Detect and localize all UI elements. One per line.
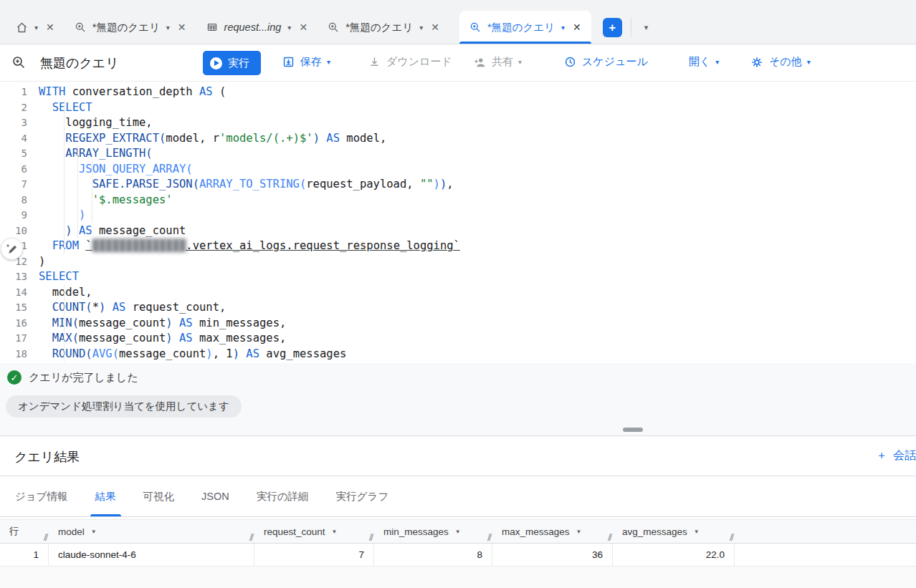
- column-header-avg-messages[interactable]: avg_messages▼ ∕∕: [613, 520, 735, 543]
- column-header-min-messages[interactable]: min_messages▼ ∕∕: [374, 520, 492, 543]
- code-token: ARRAY_TO_STRING(: [199, 178, 306, 191]
- code-line[interactable]: 14 model,: [0, 285, 916, 301]
- sort-caret-icon[interactable]: ▼: [332, 529, 338, 535]
- code-line[interactable]: 10 ) AS message_count: [0, 223, 916, 239]
- column-resize-handle[interactable]: ∕∕: [608, 532, 611, 542]
- close-icon[interactable]: ✕: [431, 21, 439, 33]
- chevron-down-icon[interactable]: ▾: [419, 24, 423, 32]
- code-line[interactable]: 8 '$.messages': [0, 193, 916, 208]
- code-line[interactable]: 6 JSON_QUERY_ARRAY(: [0, 162, 916, 178]
- code-line[interactable]: 1WITH conversation_depth AS (: [0, 85, 916, 100]
- cell-filler: [735, 544, 916, 566]
- code-line[interactable]: 7 SAFE.PARSE_JSON(ARRAY_TO_STRING(reques…: [0, 177, 916, 193]
- code-line[interactable]: 17 MAX(message_count) AS max_messages,: [0, 331, 916, 347]
- column-resize-handle[interactable]: ∕∕: [44, 532, 47, 542]
- table-header-row: 行 ∕∕ model▼ ∕∕ request_count▼ ∕∕ min_mes…: [0, 519, 916, 544]
- home-icon: [16, 21, 28, 34]
- tab-json[interactable]: JSON: [188, 476, 243, 516]
- code-token: ): [65, 224, 72, 237]
- sort-caret-icon[interactable]: ▼: [694, 529, 700, 535]
- code-line[interactable]: 15 COUNT(*) AS request_count,: [0, 300, 916, 316]
- sort-caret-icon[interactable]: ▼: [455, 529, 461, 535]
- save-icon: [282, 56, 295, 68]
- check-circle-icon: ✓: [7, 370, 22, 385]
- person-add-icon: [473, 56, 486, 69]
- code-line[interactable]: 4 REGEXP_EXTRACT(model, r'models/(.+)$')…: [0, 131, 916, 147]
- schedule-button[interactable]: スケジュール: [564, 55, 648, 69]
- save-button[interactable]: 保存 ▾: [282, 55, 330, 69]
- close-icon[interactable]: ✕: [299, 21, 307, 33]
- chevron-down-icon: ▾: [715, 58, 719, 66]
- tab-untitled-query-1[interactable]: *無題のクエリ ▾ ✕: [65, 11, 196, 44]
- tab-untitled-query-2[interactable]: *無題のクエリ ▾ ✕: [318, 11, 449, 44]
- tab-results[interactable]: 結果: [82, 476, 130, 516]
- new-tab-button[interactable]: +: [603, 18, 622, 37]
- cell-max-messages: 36: [492, 544, 613, 566]
- chevron-down-icon[interactable]: ▾: [287, 24, 291, 32]
- column-resize-handle[interactable]: ∕∕: [730, 532, 733, 542]
- close-icon[interactable]: ✕: [46, 21, 54, 33]
- tab-untitled-query-active[interactable]: *無題のクエリ ▾ ✕: [459, 11, 591, 44]
- tab-execution-graph[interactable]: 実行グラフ: [323, 476, 403, 516]
- run-button[interactable]: 実行: [203, 51, 261, 75]
- line-number: 14: [0, 285, 39, 301]
- code-line[interactable]: 13SELECT: [0, 269, 916, 285]
- code-token: [39, 301, 52, 314]
- chevron-down-icon[interactable]: ▾: [34, 24, 38, 32]
- code-token: max_messages,: [193, 332, 287, 344]
- download-button[interactable]: ダウンロード: [368, 55, 452, 69]
- code-line[interactable]: 12): [0, 254, 916, 270]
- tab-overflow-chevron-icon[interactable]: ▾: [644, 23, 649, 32]
- table-filler: [0, 567, 916, 588]
- code-line[interactable]: 18 ROUND(AVG(message_count), 1) AS avg_m…: [0, 347, 916, 362]
- code-token: [39, 332, 52, 344]
- tab-execution-details[interactable]: 実行の詳細: [243, 476, 323, 516]
- open-button[interactable]: 開く ▾: [689, 55, 719, 69]
- code-line[interactable]: 3 logging_time,: [0, 115, 916, 131]
- code-token: ): [79, 208, 85, 221]
- column-header-max-messages[interactable]: max_messages▼ ∕∕: [492, 520, 613, 543]
- sql-editor[interactable]: 1WITH conversation_depth AS (2 SELECT3 l…: [0, 82, 916, 363]
- tab-job-info[interactable]: ジョブ情報: [1, 476, 82, 516]
- code-token: *: [92, 301, 99, 314]
- column-resize-handle[interactable]: ∕∕: [487, 532, 490, 542]
- chevron-down-icon: ▾: [807, 58, 811, 66]
- column-header-request-count[interactable]: request_count▼ ∕∕: [254, 520, 374, 543]
- close-icon[interactable]: ✕: [573, 21, 581, 33]
- code-line[interactable]: 9 ): [0, 208, 916, 223]
- code-token: `: [85, 239, 92, 252]
- chevron-down-icon[interactable]: ▾: [166, 24, 170, 32]
- tab-title: *無題のクエリ: [92, 21, 160, 34]
- code-token: [39, 239, 52, 252]
- column-resize-handle[interactable]: ∕∕: [249, 532, 252, 542]
- more-button[interactable]: その他 ▾: [750, 55, 811, 69]
- tab-visualization[interactable]: 可視化: [130, 476, 189, 516]
- line-number: 18: [0, 347, 39, 362]
- code-token: [105, 301, 112, 314]
- sort-caret-icon[interactable]: ▼: [576, 529, 582, 535]
- code-token: ): [440, 178, 447, 191]
- close-icon[interactable]: ✕: [178, 21, 186, 33]
- tab-request-response-logging[interactable]: request...ing ▾ ✕: [196, 11, 318, 44]
- column-resize-handle[interactable]: ∕∕: [369, 532, 372, 542]
- code-token: AS: [199, 85, 213, 98]
- code-line[interactable]: 11 FROM `██████████████.vertex_ai_logs.r…: [0, 238, 916, 254]
- panel-drag-handle[interactable]: [623, 428, 643, 432]
- code-token: SELECT: [39, 270, 79, 283]
- status-band: ✓ クエリが完了しました オンデマンド処理割り当てを使用しています: [0, 363, 916, 435]
- column-header-model[interactable]: model▼ ∕∕: [49, 520, 254, 543]
- code-token: SAFE.PARSE_JSON(: [92, 178, 199, 191]
- query-results-panel: クエリ結果 ＋ 会話 ジョブ情報 結果 可視化 JSON 実行の詳細 実行グラフ…: [0, 435, 916, 588]
- code-line[interactable]: 2 SELECT: [0, 100, 916, 116]
- sort-caret-icon[interactable]: ▼: [91, 529, 97, 535]
- code-line[interactable]: 16 MIN(message_count) AS min_messages,: [0, 316, 916, 332]
- code-line[interactable]: 5 ARRAY_LENGTH(: [0, 146, 916, 162]
- tab-home[interactable]: ▾ ✕: [6, 11, 65, 44]
- new-conversation-button[interactable]: ＋ 会話: [876, 448, 916, 463]
- chevron-down-icon[interactable]: ▾: [561, 24, 565, 32]
- ai-edit-pencil-button[interactable]: [1, 238, 23, 260]
- table-row[interactable]: 1 claude-sonnet-4-6 7 8 36 22.0: [0, 544, 916, 567]
- column-header-row-number: 行 ∕∕: [0, 520, 49, 543]
- results-table: 行 ∕∕ model▼ ∕∕ request_count▼ ∕∕ min_mes…: [0, 519, 916, 588]
- share-button[interactable]: 共有 ▾: [473, 55, 522, 69]
